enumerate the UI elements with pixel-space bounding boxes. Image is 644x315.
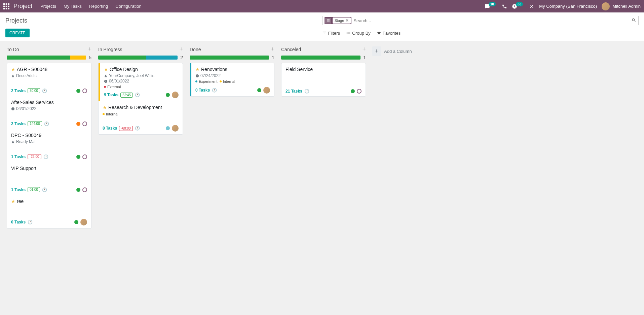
card-list: ★Office Design YourCompany, Joel Willis0… — [98, 63, 183, 135]
close-tray-icon[interactable] — [529, 4, 534, 9]
user-menu[interactable]: Mitchell Admin — [602, 2, 641, 10]
time-badge: 30:00 — [28, 88, 40, 93]
status-dot[interactable] — [74, 220, 78, 224]
progress-segment[interactable] — [281, 56, 361, 60]
kanban-card[interactable]: Field Service 21 Tasks 🕐 — [281, 63, 366, 96]
nav-link[interactable]: Projects — [40, 4, 56, 9]
kanban-card[interactable]: ★AGR - S00048 Deco Addict 2 Tasks 30:00🕐 — [7, 63, 91, 96]
column-header[interactable]: To Do + — [5, 44, 93, 55]
star-icon[interactable]: ★ — [11, 199, 15, 204]
status-dot[interactable] — [257, 88, 261, 92]
activity-icon[interactable]: 🕐 — [28, 220, 33, 224]
kanban-card[interactable]: ★Research & Development Internal 8 Tasks… — [99, 101, 183, 134]
column-header[interactable]: In Progress + — [97, 44, 184, 55]
status-ring[interactable] — [357, 89, 362, 94]
activity-icon[interactable]: 🕐 — [44, 121, 49, 126]
messages-button[interactable]: 10 — [485, 4, 497, 9]
kanban-card[interactable]: ★Renovations 07/24/2022ExperimentInterna… — [190, 63, 274, 96]
create-button[interactable]: CREATE — [5, 29, 30, 37]
activity-icon[interactable]: 🕐 — [42, 89, 47, 93]
activity-icon[interactable]: 🕐 — [135, 93, 140, 97]
quick-create-icon[interactable]: + — [362, 46, 366, 53]
user-icon — [104, 74, 108, 78]
activity-icon[interactable]: 🕐 — [212, 88, 217, 93]
activity-icon[interactable]: 🕐 — [42, 187, 47, 192]
group-icon — [346, 31, 351, 35]
nav-link[interactable]: Reporting — [89, 4, 108, 9]
card-list: ★AGR - S00048 Deco Addict 2 Tasks 30:00🕐… — [7, 63, 91, 229]
quick-create-icon[interactable]: + — [88, 46, 91, 53]
kanban-card[interactable]: DPC - S00049 Ready Mat 1 Tasks -22:00🕐 — [7, 129, 91, 162]
star-icon[interactable]: ★ — [103, 105, 107, 110]
search-icon[interactable] — [632, 18, 636, 24]
tasks-link[interactable]: 1 Tasks — [11, 154, 26, 159]
kanban-card[interactable]: ★Office Design YourCompany, Joel Willis0… — [99, 63, 183, 101]
activity-icon[interactable]: 🕐 — [43, 154, 48, 159]
status-dot[interactable] — [76, 155, 80, 159]
tasks-link[interactable]: 2 Tasks — [11, 121, 26, 126]
add-column-icon[interactable]: + — [372, 46, 381, 56]
filters-button[interactable]: Filters — [322, 31, 340, 36]
column-header[interactable]: Done + — [188, 44, 276, 55]
activity-icon[interactable]: 🕐 — [135, 126, 140, 131]
nav-link[interactable]: My Tasks — [64, 4, 82, 9]
search-input[interactable] — [353, 18, 632, 23]
status-ring[interactable] — [82, 89, 87, 93]
star-icon[interactable]: ★ — [11, 67, 15, 72]
tasks-link[interactable]: 1 Tasks — [11, 187, 26, 192]
progress-segment[interactable] — [190, 56, 269, 60]
progress-segment[interactable] — [7, 56, 70, 60]
activities-count: 33 — [516, 2, 523, 6]
quick-create-icon[interactable]: + — [179, 46, 183, 53]
assignee-avatar[interactable] — [172, 92, 179, 98]
nav-link[interactable]: Configuration — [115, 4, 141, 9]
column-progress: 2 — [97, 55, 184, 63]
column-title: Canceled — [281, 47, 301, 52]
progress-segment[interactable] — [146, 56, 178, 60]
status-ring[interactable] — [82, 187, 87, 192]
facet-remove-icon[interactable]: ✕ — [345, 18, 349, 23]
kanban-card[interactable]: ★ree 0 Tasks 🕐 — [7, 195, 91, 228]
column-header[interactable]: Canceled + — [280, 44, 367, 55]
kanban-card[interactable]: After-Sales Services 06/01/2022 2 Tasks … — [7, 96, 91, 129]
kanban-card[interactable]: VIP Support 1 Tasks 01:00🕐 — [7, 162, 91, 195]
app-brand[interactable]: Project — [13, 3, 32, 10]
tasks-link[interactable]: 2 Tasks — [11, 89, 26, 93]
star-icon[interactable]: ★ — [104, 67, 108, 72]
status-dot[interactable] — [166, 93, 170, 97]
time-badge: 52:45 — [120, 93, 133, 98]
time-badge: -22:00 — [28, 154, 41, 159]
activity-icon[interactable]: 🕐 — [304, 89, 309, 94]
assignee-avatar[interactable] — [80, 219, 87, 225]
status-dot[interactable] — [76, 188, 80, 192]
groupby-button[interactable]: Group By — [346, 31, 371, 36]
tasks-link[interactable]: 0 Tasks — [11, 220, 26, 224]
status-ring[interactable] — [82, 121, 87, 126]
activities-button[interactable]: 33 — [512, 4, 524, 9]
assignee-avatar[interactable] — [263, 87, 270, 94]
status-dot[interactable] — [166, 126, 170, 130]
status-dot[interactable] — [76, 122, 80, 126]
card-customer: YourCompany, Joel Willis — [104, 73, 179, 78]
tasks-link[interactable]: 0 Tasks — [195, 88, 210, 93]
phone-icon[interactable] — [502, 4, 507, 9]
add-column[interactable]: +Add a Column — [369, 44, 423, 59]
apps-icon[interactable] — [3, 3, 9, 9]
tasks-link[interactable]: 8 Tasks — [103, 126, 117, 131]
favorites-button[interactable]: Favorites — [377, 31, 401, 36]
assignee-avatar[interactable] — [172, 125, 179, 132]
tasks-link[interactable]: 9 Tasks — [104, 93, 118, 97]
status-ring[interactable] — [82, 154, 87, 159]
tasks-link[interactable]: 21 Tasks — [286, 89, 302, 94]
status-dot[interactable] — [76, 89, 80, 93]
status-dot[interactable] — [351, 89, 355, 93]
progress-segment[interactable] — [98, 56, 146, 60]
progress-segment[interactable] — [70, 56, 86, 60]
card-tags: Internal — [103, 112, 179, 116]
tag: Internal — [103, 112, 118, 116]
star-icon[interactable]: ★ — [195, 67, 200, 72]
svg-rect-6 — [3, 8, 5, 9]
quick-create-icon[interactable]: + — [271, 46, 274, 53]
company-selector[interactable]: My Company (San Francisco) — [539, 4, 597, 9]
search-box[interactable]: ☰ Stage ✕ — [322, 16, 639, 25]
